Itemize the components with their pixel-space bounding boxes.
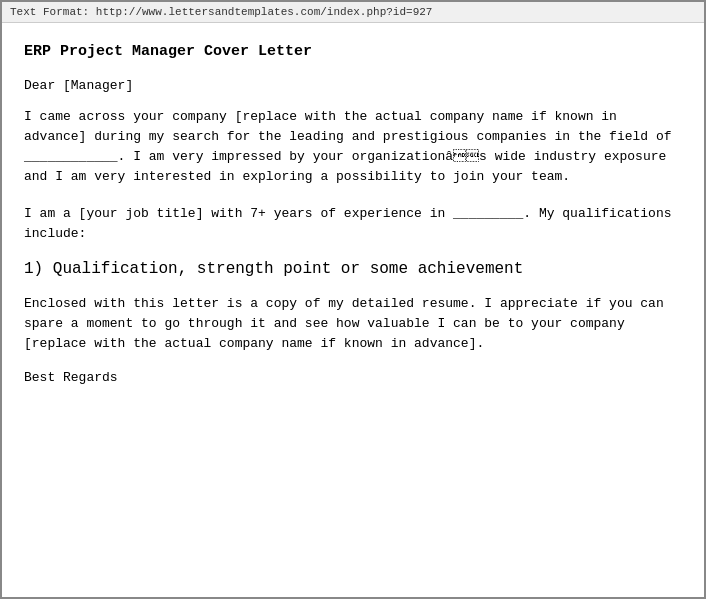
- paragraph-3: Enclosed with this letter is a copy of m…: [24, 294, 682, 354]
- letter-content: ERP Project Manager Cover Letter Dear [M…: [2, 23, 704, 597]
- url-bar: Text Format: http://www.lettersandtempla…: [2, 2, 704, 23]
- paragraph-2: I am a [your job title] with 7+ years of…: [24, 204, 682, 244]
- closing: Best Regards: [24, 370, 682, 385]
- paragraph-1: I came across your company [replace with…: [24, 107, 682, 188]
- letter-title: ERP Project Manager Cover Letter: [24, 43, 682, 60]
- main-window: Text Format: http://www.lettersandtempla…: [0, 0, 706, 599]
- qualification-list: 1) Qualification, strength point or some…: [24, 260, 682, 278]
- url-text: Text Format: http://www.lettersandtempla…: [10, 6, 432, 18]
- salutation: Dear [Manager]: [24, 78, 682, 93]
